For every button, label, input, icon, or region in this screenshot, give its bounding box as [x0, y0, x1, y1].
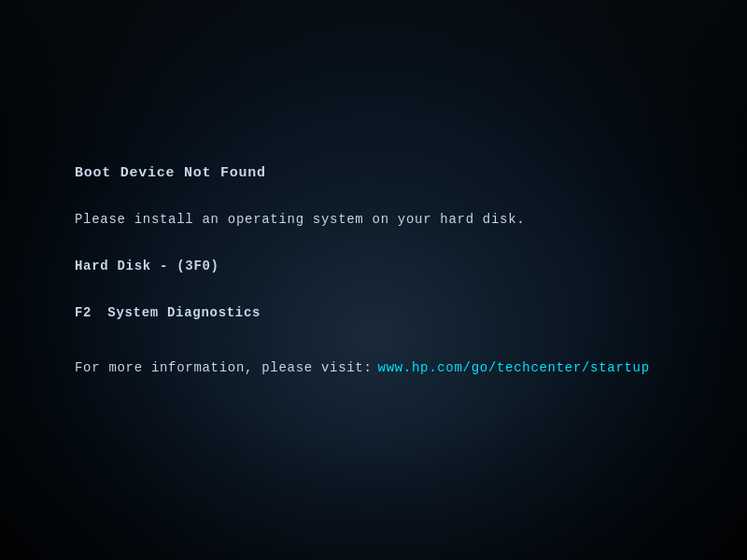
error-title: Boot Device Not Found [75, 163, 672, 183]
diagnostics-line: F2 System Diagnostics [75, 304, 672, 323]
bios-error-screen: Boot Device Not Found Please install an … [0, 0, 747, 560]
info-prefix: For more information, please visit: [75, 359, 373, 378]
hp-url: www.hp.com/go/techcenter/startup [378, 359, 650, 378]
instruction-text: Please install an operating system on yo… [75, 211, 672, 230]
error-content: Boot Device Not Found Please install an … [75, 163, 672, 377]
diagnostics-label: System Diagnostics [107, 305, 261, 320]
info-line: For more information, please visit: www.… [75, 359, 672, 378]
harddisk-info: Hard Disk - (3F0) [75, 258, 672, 276]
f2-key: F2 [75, 305, 92, 320]
